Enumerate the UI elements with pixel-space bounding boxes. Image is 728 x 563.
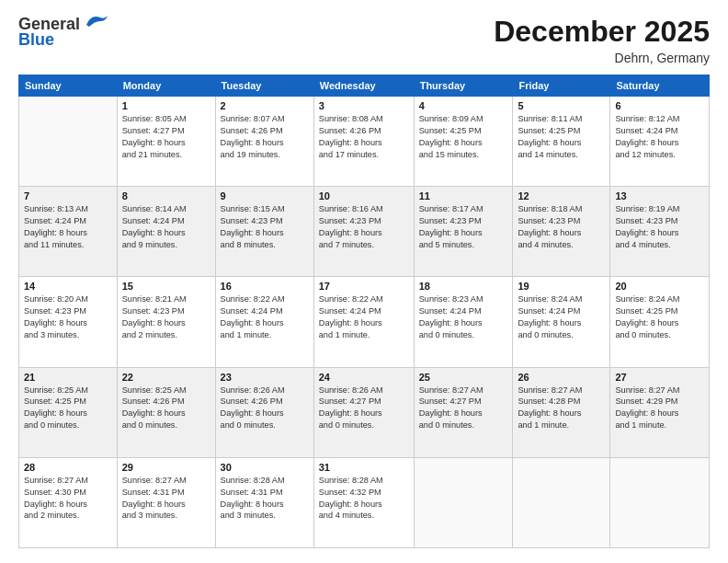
day-number: 28 [24, 462, 112, 473]
table-row [19, 97, 118, 187]
table-row: 14Sunrise: 8:20 AM Sunset: 4:23 PM Dayli… [19, 277, 118, 367]
day-detail: Sunrise: 8:09 AM Sunset: 4:25 PM Dayligh… [419, 113, 508, 161]
calendar-week-row: 21Sunrise: 8:25 AM Sunset: 4:25 PM Dayli… [19, 367, 710, 457]
table-row: 21Sunrise: 8:25 AM Sunset: 4:25 PM Dayli… [19, 367, 118, 457]
day-detail: Sunrise: 8:27 AM Sunset: 4:27 PM Dayligh… [419, 385, 508, 432]
table-row: 2Sunrise: 8:07 AM Sunset: 4:26 PM Daylig… [215, 97, 313, 187]
col-thursday: Thursday [414, 75, 513, 97]
title-block: December 2025 Dehrn, Germany [494, 15, 710, 65]
day-detail: Sunrise: 8:22 AM Sunset: 4:24 PM Dayligh… [319, 293, 409, 341]
table-row: 23Sunrise: 8:26 AM Sunset: 4:26 PM Dayli… [215, 367, 313, 457]
day-number: 29 [122, 462, 210, 473]
day-number: 19 [518, 281, 605, 292]
day-detail: Sunrise: 8:27 AM Sunset: 4:31 PM Dayligh… [122, 475, 210, 523]
table-row: 5Sunrise: 8:11 AM Sunset: 4:25 PM Daylig… [513, 97, 610, 187]
col-friday: Friday [513, 75, 610, 97]
table-row: 15Sunrise: 8:21 AM Sunset: 4:23 PM Dayli… [117, 277, 215, 367]
day-number: 5 [518, 100, 605, 111]
day-number: 25 [419, 372, 508, 383]
col-tuesday: Tuesday [215, 75, 313, 97]
table-row: 30Sunrise: 8:28 AM Sunset: 4:31 PM Dayli… [215, 457, 313, 547]
month-title: December 2025 [494, 15, 710, 49]
day-number: 3 [319, 100, 409, 111]
day-detail: Sunrise: 8:27 AM Sunset: 4:28 PM Dayligh… [518, 385, 605, 432]
day-number: 7 [24, 190, 112, 201]
table-row: 12Sunrise: 8:18 AM Sunset: 4:23 PM Dayli… [513, 187, 610, 277]
day-detail: Sunrise: 8:27 AM Sunset: 4:30 PM Dayligh… [24, 475, 112, 523]
day-detail: Sunrise: 8:28 AM Sunset: 4:32 PM Dayligh… [319, 475, 409, 523]
header: General Blue December 2025 Dehrn, German… [18, 15, 710, 65]
day-number: 17 [319, 281, 409, 292]
table-row [610, 457, 710, 547]
col-wednesday: Wednesday [313, 75, 414, 97]
table-row: 16Sunrise: 8:22 AM Sunset: 4:24 PM Dayli… [215, 277, 313, 367]
day-number: 14 [24, 281, 112, 292]
day-number: 9 [221, 190, 309, 201]
table-row: 4Sunrise: 8:09 AM Sunset: 4:25 PM Daylig… [414, 97, 513, 187]
table-row: 28Sunrise: 8:27 AM Sunset: 4:30 PM Dayli… [19, 457, 118, 547]
day-number: 20 [615, 281, 704, 292]
table-row: 26Sunrise: 8:27 AM Sunset: 4:28 PM Dayli… [513, 367, 610, 457]
table-row: 20Sunrise: 8:24 AM Sunset: 4:25 PM Dayli… [610, 277, 710, 367]
day-detail: Sunrise: 8:23 AM Sunset: 4:24 PM Dayligh… [419, 293, 508, 341]
day-detail: Sunrise: 8:15 AM Sunset: 4:23 PM Dayligh… [221, 203, 309, 251]
day-detail: Sunrise: 8:21 AM Sunset: 4:23 PM Dayligh… [122, 293, 210, 341]
table-row [414, 457, 513, 547]
calendar-week-row: 1Sunrise: 8:05 AM Sunset: 4:27 PM Daylig… [19, 97, 710, 187]
calendar-table: Sunday Monday Tuesday Wednesday Thursday… [18, 75, 710, 548]
day-detail: Sunrise: 8:08 AM Sunset: 4:26 PM Dayligh… [319, 113, 409, 161]
day-number: 8 [122, 190, 210, 201]
table-row: 18Sunrise: 8:23 AM Sunset: 4:24 PM Dayli… [414, 277, 513, 367]
day-detail: Sunrise: 8:25 AM Sunset: 4:26 PM Dayligh… [122, 385, 210, 432]
day-detail: Sunrise: 8:16 AM Sunset: 4:23 PM Dayligh… [319, 203, 409, 251]
day-number: 26 [518, 372, 605, 383]
calendar-header-row: Sunday Monday Tuesday Wednesday Thursday… [19, 75, 710, 97]
table-row: 19Sunrise: 8:24 AM Sunset: 4:24 PM Dayli… [513, 277, 610, 367]
day-detail: Sunrise: 8:22 AM Sunset: 4:24 PM Dayligh… [221, 293, 309, 341]
table-row: 24Sunrise: 8:26 AM Sunset: 4:27 PM Dayli… [313, 367, 414, 457]
page: General Blue December 2025 Dehrn, German… [0, 0, 728, 563]
day-number: 11 [419, 190, 508, 201]
day-detail: Sunrise: 8:20 AM Sunset: 4:23 PM Dayligh… [24, 293, 112, 341]
day-number: 31 [319, 462, 409, 473]
table-row: 11Sunrise: 8:17 AM Sunset: 4:23 PM Dayli… [414, 187, 513, 277]
day-number: 12 [518, 190, 605, 201]
table-row: 6Sunrise: 8:12 AM Sunset: 4:24 PM Daylig… [610, 97, 710, 187]
table-row: 22Sunrise: 8:25 AM Sunset: 4:26 PM Dayli… [117, 367, 215, 457]
calendar-week-row: 7Sunrise: 8:13 AM Sunset: 4:24 PM Daylig… [19, 187, 710, 277]
col-monday: Monday [117, 75, 215, 97]
day-number: 15 [122, 281, 210, 292]
day-detail: Sunrise: 8:11 AM Sunset: 4:25 PM Dayligh… [518, 113, 605, 161]
col-saturday: Saturday [610, 75, 710, 97]
table-row: 31Sunrise: 8:28 AM Sunset: 4:32 PM Dayli… [313, 457, 414, 547]
table-row: 7Sunrise: 8:13 AM Sunset: 4:24 PM Daylig… [19, 187, 118, 277]
logo: General Blue [18, 15, 109, 50]
day-detail: Sunrise: 8:05 AM Sunset: 4:27 PM Dayligh… [122, 113, 210, 161]
day-detail: Sunrise: 8:26 AM Sunset: 4:26 PM Dayligh… [221, 385, 309, 432]
logo-blue: Blue [18, 30, 54, 50]
day-number: 24 [319, 372, 409, 383]
day-detail: Sunrise: 8:28 AM Sunset: 4:31 PM Dayligh… [221, 475, 309, 523]
table-row: 8Sunrise: 8:14 AM Sunset: 4:24 PM Daylig… [117, 187, 215, 277]
day-number: 10 [319, 190, 409, 201]
logo-bird-icon [82, 12, 109, 30]
day-detail: Sunrise: 8:26 AM Sunset: 4:27 PM Dayligh… [319, 385, 409, 432]
table-row: 13Sunrise: 8:19 AM Sunset: 4:23 PM Dayli… [610, 187, 710, 277]
table-row: 9Sunrise: 8:15 AM Sunset: 4:23 PM Daylig… [215, 187, 313, 277]
day-number: 18 [419, 281, 508, 292]
day-number: 16 [221, 281, 309, 292]
day-detail: Sunrise: 8:19 AM Sunset: 4:23 PM Dayligh… [615, 203, 704, 251]
day-number: 22 [122, 372, 210, 383]
table-row: 25Sunrise: 8:27 AM Sunset: 4:27 PM Dayli… [414, 367, 513, 457]
location-subtitle: Dehrn, Germany [494, 51, 710, 65]
calendar-week-row: 28Sunrise: 8:27 AM Sunset: 4:30 PM Dayli… [19, 457, 710, 547]
day-detail: Sunrise: 8:07 AM Sunset: 4:26 PM Dayligh… [221, 113, 309, 161]
table-row: 1Sunrise: 8:05 AM Sunset: 4:27 PM Daylig… [117, 97, 215, 187]
day-number: 30 [221, 462, 309, 473]
day-detail: Sunrise: 8:24 AM Sunset: 4:25 PM Dayligh… [615, 293, 704, 341]
day-number: 13 [615, 190, 704, 201]
day-detail: Sunrise: 8:13 AM Sunset: 4:24 PM Dayligh… [24, 203, 112, 251]
day-number: 2 [221, 100, 309, 111]
table-row [513, 457, 610, 547]
table-row: 29Sunrise: 8:27 AM Sunset: 4:31 PM Dayli… [117, 457, 215, 547]
